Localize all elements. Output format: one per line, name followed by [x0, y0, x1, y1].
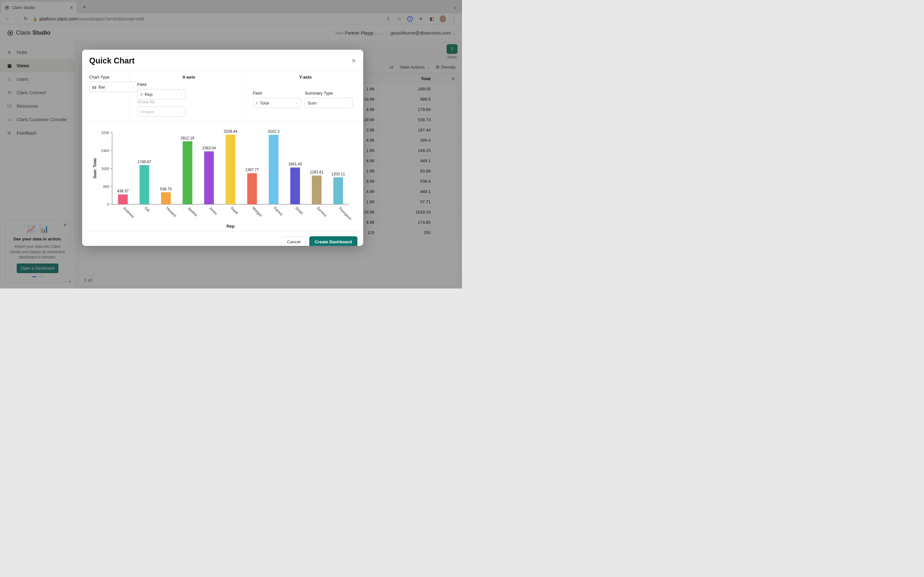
modal-controls: Chart Type ▮▮Bar⌄ X-axis Field ARep⌄ Gro…	[82, 71, 363, 122]
svg-text:Smith: Smith	[294, 206, 304, 215]
svg-text:2400: 2400	[101, 149, 109, 153]
y-field-select[interactable]: #Total⌄	[253, 98, 301, 108]
bar-andrews[interactable]	[118, 195, 128, 205]
svg-text:Jardine: Jardine	[187, 206, 198, 218]
chart-area: 0800160024003200438.37Andrews1749.87Gill…	[82, 122, 363, 231]
svg-text:Gill: Gill	[144, 206, 150, 213]
bar-chart: 0800160024003200438.37Andrews1749.87Gill…	[91, 127, 354, 229]
create-dashboard-button[interactable]: Create Dashboard	[309, 236, 357, 246]
close-modal-icon[interactable]: ✕	[351, 57, 356, 64]
y-axis-col: Y-axis Field #Total⌄ Summary Type Sum⌄	[246, 71, 363, 122]
x-field-select[interactable]: ARep⌄	[137, 89, 186, 99]
svg-text:3102.3: 3102.3	[268, 129, 279, 134]
summary-type-select[interactable]: Sum⌄	[305, 98, 353, 108]
text-icon: A	[140, 92, 143, 97]
bar-kivell[interactable]	[226, 135, 235, 204]
modal-title: Quick Chart	[89, 56, 135, 65]
svg-text:Parent: Parent	[273, 206, 283, 217]
chevron-down-icon: ⌄	[347, 101, 350, 105]
bar-sorvino[interactable]	[312, 176, 321, 205]
svg-text:Howard: Howard	[166, 206, 177, 218]
x-axis-title: X-axis	[137, 75, 240, 79]
bar-morgan[interactable]	[247, 173, 257, 204]
bar-jones[interactable]	[204, 151, 214, 204]
chart-type-col: Chart Type ▮▮Bar⌄	[82, 71, 130, 122]
summary-type-label: Summary Type	[305, 91, 353, 95]
modal-footer: Cancel Create Dashboard	[82, 231, 363, 246]
svg-text:3200: 3200	[101, 131, 109, 135]
bar-smith[interactable]	[290, 168, 300, 205]
svg-text:2363.04: 2363.04	[202, 146, 216, 150]
bar-thompson[interactable]	[333, 177, 343, 204]
svg-text:Jones: Jones	[208, 206, 218, 216]
bar-gill[interactable]	[140, 165, 149, 204]
svg-text:2812.19: 2812.19	[181, 135, 194, 140]
bar-howard[interactable]	[161, 192, 171, 205]
chevron-down-icon: ⌄	[180, 93, 183, 96]
svg-text:0: 0	[107, 202, 109, 206]
y-axis-title: Y-axis	[253, 75, 358, 88]
group-by-label: Group By	[137, 99, 186, 104]
quick-chart-modal: Quick Chart ✕ Chart Type ▮▮Bar⌄ X-axis F…	[82, 50, 363, 246]
svg-text:Morgan: Morgan	[252, 206, 263, 218]
svg-text:438.37: 438.37	[117, 189, 129, 193]
svg-text:Rep: Rep	[226, 224, 234, 229]
svg-text:1387.77: 1387.77	[245, 168, 258, 172]
bar-parent[interactable]	[269, 135, 278, 204]
svg-text:Sorvino: Sorvino	[317, 206, 328, 218]
svg-text:Thompson: Thompson	[338, 206, 352, 221]
svg-text:800: 800	[103, 184, 109, 188]
chevron-down-icon: ⌄	[180, 110, 183, 113]
svg-text:1283.61: 1283.61	[310, 170, 323, 174]
cancel-button[interactable]: Cancel	[282, 236, 306, 246]
svg-text:Kivell: Kivell	[230, 206, 239, 215]
svg-text:1641.43: 1641.43	[288, 162, 302, 166]
svg-text:3109.44: 3109.44	[224, 129, 237, 134]
y-field-label: Field	[253, 91, 301, 95]
svg-text:Sum: Total: Sum: Total	[93, 158, 97, 179]
svg-text:1600: 1600	[101, 167, 109, 171]
group-by-select: Unique⌄	[137, 106, 186, 117]
x-field-label: Field	[137, 82, 186, 87]
svg-text:1203.11: 1203.11	[331, 172, 345, 176]
modal-header: Quick Chart ✕	[82, 50, 363, 71]
svg-text:1749.87: 1749.87	[137, 160, 151, 164]
svg-text:536.75: 536.75	[160, 187, 172, 191]
bar-icon: ▮▮	[92, 85, 97, 89]
number-icon: #	[256, 101, 258, 105]
svg-text:Andrews: Andrews	[123, 206, 136, 219]
bar-jardine[interactable]	[183, 141, 192, 205]
chevron-down-icon: ⌄	[296, 101, 298, 105]
x-axis-col: X-axis Field ARep⌄ Group By Unique⌄	[130, 71, 246, 122]
